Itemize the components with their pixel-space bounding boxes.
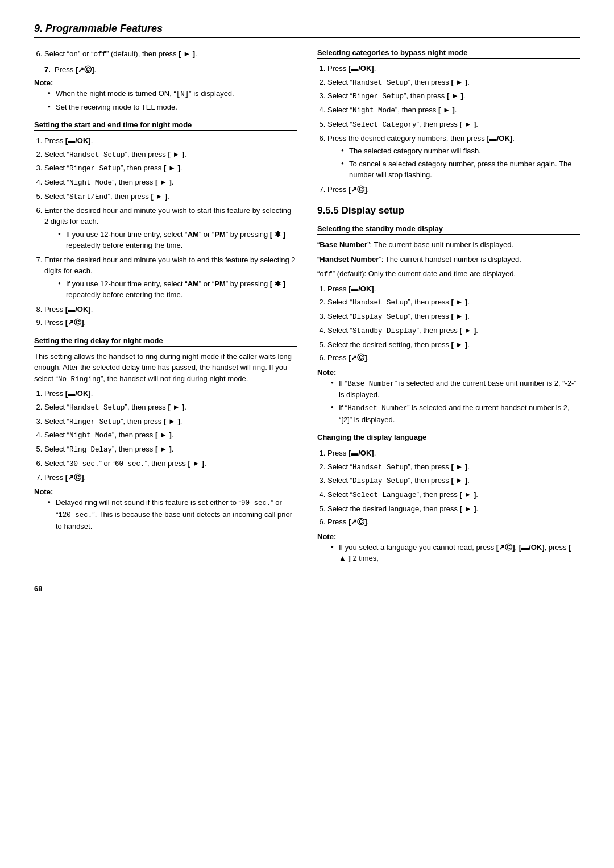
step-c7: Press [↗Ⓒ]. <box>327 184 580 195</box>
step-s2-5: Select “Ring Delay”, then press [ ► ]. <box>44 444 297 456</box>
step-sd4: Select “Standby Display”, then press [ ►… <box>327 325 580 337</box>
step-lg5: Select the desired language, then press … <box>327 503 580 515</box>
standby-note-1: If “Base Number” is selected and the cur… <box>331 378 580 400</box>
step-s1-6: Enter the desired hour and minute you wi… <box>44 205 297 251</box>
step-c6-bullets: The selected category number will flash.… <box>341 145 580 181</box>
step-sd2: Select “Handset Setup”, then press [ ► ]… <box>327 297 580 308</box>
standby-body-1: “Base Number”: The current base unit num… <box>317 239 580 251</box>
standby-note-2: If “Handset Number” is selected and the … <box>331 402 580 425</box>
step-c6-b2: To cancel a selected category number, pr… <box>341 158 580 181</box>
step-c1: Press [▬/OK]. <box>327 63 580 74</box>
section-categories-steps: Press [▬/OK]. Select “Handset Setup”, th… <box>327 63 580 195</box>
step-lg4: Select “Select Language”, then press [ ►… <box>327 489 580 501</box>
step-c3: Select “Ringer Setup”, then press [ ► ]. <box>327 90 580 102</box>
step-s1-6-bullets: If you use 12-hour time entry, select “A… <box>58 229 297 251</box>
step-s1-1: Press [▬/OK]. <box>44 135 297 147</box>
ring-delay-notes: Delayed ring will not sound if this feat… <box>48 497 297 532</box>
step-c4: Select “Night Mode”, then press [ ► ]. <box>327 105 580 116</box>
section-start-end-steps: Press [▬/OK]. Select “Handset Setup”, th… <box>44 135 297 328</box>
intro-note-label: Note: <box>34 78 297 87</box>
two-col-layout: Select “on” or “off” (default), then pre… <box>34 48 580 567</box>
step-lg3: Select “Display Setup”, then press [ ► ]… <box>327 475 580 487</box>
step-s1-2: Select “Handset Setup”, then press [ ► ]… <box>44 149 297 161</box>
step-s2-7: Press [↗Ⓒ]. <box>44 472 297 483</box>
step-s1-3: Select “Ringer Setup”, then press [ ► ]. <box>44 162 297 174</box>
intro-step-7: 7. Press [↗Ⓒ]. <box>44 65 297 75</box>
standby-note-label: Note: <box>317 368 580 377</box>
step-sd3: Select “Display Setup”, then press [ ► ]… <box>327 311 580 323</box>
step-lg1: Press [▬/OK]. <box>327 448 580 459</box>
step-s1-7-b1: If you use 12-hour time entry, select “A… <box>58 278 297 301</box>
step-s1-6-b1: If you use 12-hour time entry, select “A… <box>58 229 297 251</box>
step-s2-4: Select “Night Mode”, then press [ ► ]. <box>44 429 297 441</box>
step-c6: Press the desired category numbers, then… <box>327 133 580 181</box>
step-sd6: Press [↗Ⓒ]. <box>327 352 580 364</box>
step-c5: Select “Select Category”, then press [ ►… <box>327 119 580 131</box>
language-notes: If you select a language you cannot read… <box>331 542 580 564</box>
step-s1-8: Press [▬/OK]. <box>44 304 297 315</box>
section-language-steps: Press [▬/OK]. Select “Handset Setup”, th… <box>327 448 580 528</box>
intro-note-1: When the night mode is turned ON, “[N]” … <box>48 88 297 100</box>
section-standby-heading: Selecting the standby mode display <box>317 224 580 235</box>
left-column: Select “on” or “off” (default), then pre… <box>34 48 297 567</box>
intro-steps: Select “on” or “off” (default), then pre… <box>44 48 297 60</box>
chapter-heading: 9. Programmable Features <box>34 23 580 38</box>
page-container: 9. Programmable Features Select “on” or … <box>34 23 580 593</box>
step-s1-5: Select “Start/End”, then press [ ► ]. <box>44 191 297 203</box>
step-c2: Select “Handset Setup”, then press [ ► ]… <box>327 77 580 89</box>
intro-step-6: Select “on” or “off” (default), then pre… <box>44 48 297 60</box>
step-s2-2: Select “Handset Setup”, then press [ ► ]… <box>44 402 297 414</box>
step-s2-1: Press [▬/OK]. <box>44 388 297 399</box>
step-lg6: Press [↗Ⓒ]. <box>327 516 580 528</box>
page-number: 68 <box>34 585 580 593</box>
step-s1-7-bullets: If you use 12-hour time entry, select “A… <box>58 278 297 301</box>
standby-notes: If “Base Number” is selected and the cur… <box>331 378 580 425</box>
step-lg2: Select “Handset Setup”, then press [ ► ]… <box>327 461 580 473</box>
standby-body-3: “off” (default): Only the current date a… <box>317 268 580 280</box>
step-s2-3: Select “Ringer Setup”, then press [ ► ]. <box>44 416 297 428</box>
language-note-1: If you select a language you cannot read… <box>331 542 580 564</box>
section-categories-heading: Selecting categories to bypass night mod… <box>317 48 580 59</box>
sub-chapter-heading: 9.5.5 Display setup <box>317 205 580 216</box>
ring-delay-body: This setting allows the handset to ring … <box>34 351 297 385</box>
right-column: Selecting categories to bypass night mod… <box>317 48 580 567</box>
step-s1-9: Press [↗Ⓒ]. <box>44 317 297 328</box>
intro-notes: When the night mode is turned ON, “[N]” … <box>48 88 297 112</box>
section-ring-delay-steps: Press [▬/OK]. Select “Handset Setup”, th… <box>44 388 297 483</box>
section-standby-steps: Press [▬/OK]. Select “Handset Setup”, th… <box>327 283 580 364</box>
section-language-heading: Changing the display language <box>317 433 580 443</box>
section-start-end-heading: Setting the start and end time for night… <box>34 120 297 131</box>
step-sd1: Press [▬/OK]. <box>327 283 580 295</box>
intro-note-2: Set the receiving mode to TEL mode. <box>48 102 297 113</box>
standby-body-2: “Handset Number”: The current handset nu… <box>317 254 580 265</box>
step-c6-b1: The selected category number will flash. <box>341 145 580 157</box>
ring-delay-note-label: Note: <box>34 487 297 496</box>
section-ring-delay-heading: Setting the ring delay for night mode <box>34 336 297 347</box>
step-s1-7: Enter the desired hour and minute you wi… <box>44 254 297 301</box>
step-sd5: Select the desired setting, then press [… <box>327 339 580 350</box>
ring-delay-note-1: Delayed ring will not sound if this feat… <box>48 497 297 532</box>
step-s1-4: Select “Night Mode”, then press [ ► ]. <box>44 177 297 189</box>
step-s2-6: Select “30 sec.” or “60 sec.”, then pres… <box>44 458 297 470</box>
language-note-label: Note: <box>317 532 580 541</box>
